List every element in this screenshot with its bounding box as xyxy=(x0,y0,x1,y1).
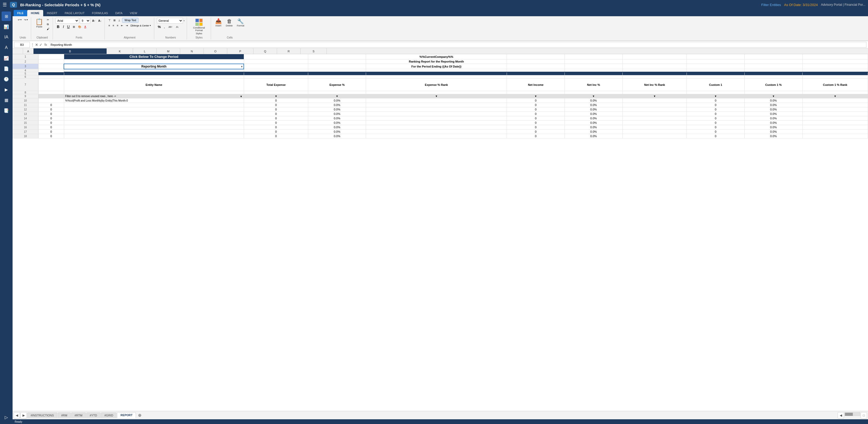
cell-o12[interactable]: 0.0% xyxy=(564,107,622,112)
cell-a17[interactable]: 0 xyxy=(38,130,64,134)
cancel-formula-button[interactable]: ✕ xyxy=(35,43,38,47)
cell-q10[interactable]: 0 xyxy=(687,98,745,103)
cell-m18[interactable] xyxy=(366,134,507,138)
cell-l9[interactable]: ▼ xyxy=(308,94,366,98)
cell-a7[interactable] xyxy=(38,78,64,91)
cell-s5[interactable] xyxy=(802,72,868,75)
col-header-a[interactable]: A xyxy=(23,48,33,54)
cell-l13[interactable]: 0.0% xyxy=(308,112,366,116)
cell-s7[interactable]: Custom 1 % Rank xyxy=(802,78,868,91)
cell-l6[interactable] xyxy=(308,75,366,78)
cell-r15[interactable]: 0.0% xyxy=(744,121,802,125)
cell-n5[interactable] xyxy=(507,72,565,75)
cell-m2[interactable]: Ranking Report for the Reporting Month xyxy=(366,59,507,64)
cell-k8[interactable] xyxy=(244,91,308,94)
cell-s17[interactable] xyxy=(802,130,868,134)
underline-button[interactable]: U xyxy=(66,24,71,29)
cell-r1[interactable] xyxy=(744,54,802,59)
cell-b13[interactable] xyxy=(64,112,244,116)
cell-n2[interactable] xyxy=(507,59,565,64)
cell-q8[interactable] xyxy=(687,91,745,94)
tab-view[interactable]: VIEW xyxy=(126,10,141,16)
col-header-k[interactable]: K xyxy=(107,48,133,54)
cell-m7[interactable]: Expense % Rank xyxy=(366,78,507,91)
cell-l10[interactable]: 0.0% xyxy=(308,98,366,103)
sidebar-expand-icon[interactable]: ▷ xyxy=(2,413,11,422)
sidebar-chart-icon[interactable]: 📈 xyxy=(2,54,11,63)
cell-q7[interactable]: Custom 1 xyxy=(687,78,745,91)
delete-button[interactable]: 🗑 Delete xyxy=(224,18,234,28)
cell-a14[interactable]: 0 xyxy=(38,116,64,121)
cell-k13[interactable]: 0 xyxy=(244,112,308,116)
cell-p15[interactable] xyxy=(622,121,686,125)
cell-a4[interactable] xyxy=(38,69,64,72)
cell-o8[interactable] xyxy=(564,91,622,94)
cell-k2[interactable] xyxy=(244,59,308,64)
insert-button[interactable]: 📥 Insert xyxy=(214,18,223,28)
scroll-thumb[interactable] xyxy=(845,413,853,416)
cell-q2[interactable] xyxy=(687,59,745,64)
cell-a11[interactable]: 0 xyxy=(38,103,64,107)
cell-a15[interactable]: 0 xyxy=(38,121,64,125)
cell-k10[interactable]: 0 xyxy=(244,98,308,103)
cell-p10[interactable] xyxy=(622,98,686,103)
cell-b8[interactable] xyxy=(64,91,244,94)
cell-o1[interactable] xyxy=(564,54,622,59)
cell-m12[interactable] xyxy=(366,107,507,112)
cell-a18[interactable]: 0 xyxy=(38,134,64,138)
cell-a12[interactable]: 0 xyxy=(38,107,64,112)
cell-p3[interactable] xyxy=(622,64,686,69)
cell-p4[interactable] xyxy=(622,69,686,72)
cell-o3[interactable] xyxy=(564,64,622,69)
cell-p2[interactable] xyxy=(622,59,686,64)
cell-l12[interactable]: 0.0% xyxy=(308,107,366,112)
cell-n8[interactable] xyxy=(507,91,565,94)
cell-k11[interactable]: 0 xyxy=(244,103,308,107)
align-middle-button[interactable]: ⊞ xyxy=(112,18,117,22)
cell-o14[interactable]: 0.0% xyxy=(564,116,622,121)
cell-a10[interactable] xyxy=(38,98,64,103)
cell-b17[interactable] xyxy=(64,130,244,134)
cell-r12[interactable]: 0.0% xyxy=(744,107,802,112)
cell-b6[interactable] xyxy=(64,75,244,78)
cell-n14[interactable]: 0 xyxy=(507,116,565,121)
cell-l7[interactable]: Expense % xyxy=(308,78,366,91)
cell-k5[interactable] xyxy=(244,72,308,75)
cell-o16[interactable]: 0.0% xyxy=(564,125,622,130)
align-top-button[interactable]: ⊤ xyxy=(107,18,112,22)
cell-n16[interactable]: 0 xyxy=(507,125,565,130)
sidebar-analytics-icon[interactable]: 📊 xyxy=(2,22,11,31)
cell-r18[interactable]: 0.0% xyxy=(744,134,802,138)
cell-o18[interactable]: 0.0% xyxy=(564,134,622,138)
sheet-tab-instructions[interactable]: #INSTRUCTIONS xyxy=(27,413,57,418)
cell-l3[interactable] xyxy=(308,64,366,69)
cell-a1[interactable] xyxy=(38,54,64,59)
cell-r8[interactable] xyxy=(744,91,802,94)
cell-s6[interactable] xyxy=(802,75,868,78)
cell-r6[interactable] xyxy=(744,75,802,78)
tab-home[interactable]: HOME xyxy=(27,10,43,16)
cell-m1[interactable]: %%CurrentCompany%% xyxy=(366,54,507,59)
align-bottom-button[interactable]: ⊥ xyxy=(117,18,122,22)
cell-r17[interactable]: 0.0% xyxy=(744,130,802,134)
cell-o7[interactable]: Net Inc % xyxy=(564,78,622,91)
col-header-b[interactable]: B xyxy=(33,48,107,54)
cell-reference-box[interactable] xyxy=(14,42,30,47)
col-header-r[interactable]: R xyxy=(277,48,301,54)
cell-s18[interactable] xyxy=(802,134,868,138)
sheet-tab-rtm[interactable]: #RTM xyxy=(71,413,86,418)
cell-o13[interactable]: 0.0% xyxy=(564,112,622,116)
cell-a8[interactable] xyxy=(38,91,64,94)
cell-s14[interactable] xyxy=(802,116,868,121)
cell-p1[interactable] xyxy=(622,54,686,59)
cell-n10[interactable]: 0 xyxy=(507,98,565,103)
sheet-tab-ytd[interactable]: #YTD xyxy=(86,413,100,418)
cell-k9[interactable]: ▼ xyxy=(244,94,308,98)
cell-a6[interactable] xyxy=(38,75,64,78)
col-header-s[interactable]: S xyxy=(301,48,327,54)
cell-b18[interactable] xyxy=(64,134,244,138)
border-button[interactable]: ⊞ xyxy=(72,25,76,29)
cell-a2[interactable] xyxy=(38,59,64,64)
font-name-select[interactable]: Arial xyxy=(56,18,79,24)
cell-q9[interactable]: ▼ xyxy=(687,94,745,98)
